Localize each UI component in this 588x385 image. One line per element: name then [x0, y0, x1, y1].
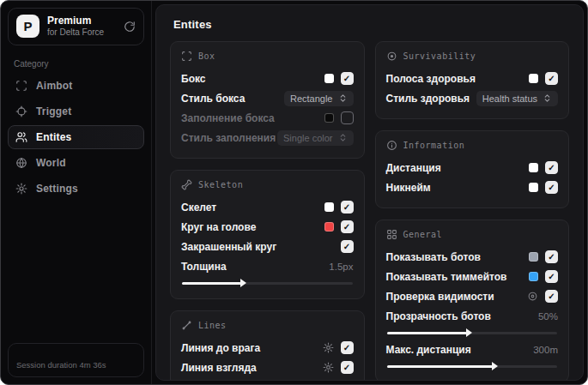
thickness-slider[interactable]	[182, 282, 353, 285]
page-title: Entites	[173, 18, 569, 31]
setting-label: Проверка видимости	[386, 291, 494, 303]
bone-icon	[181, 179, 192, 190]
setting-label: Дистанция	[386, 162, 441, 174]
select-value: Rectangle	[290, 93, 333, 104]
sidebar-item-label: Trigget	[36, 105, 71, 117]
setting-row: Линия до врага	[181, 338, 354, 358]
brand-name: Premium	[47, 15, 116, 27]
aimbot-icon	[15, 80, 27, 92]
setting-row: Проверка видимости	[386, 286, 559, 306]
checkbox[interactable]	[545, 161, 558, 174]
sidebar-item-aimbot[interactable]: Aimbot	[8, 74, 144, 98]
setting-row: Бокс	[181, 69, 354, 88]
sidebar: P Premium for Delta Force Category Aimbo…	[1, 1, 152, 384]
gear-icon[interactable]	[323, 342, 334, 353]
lines-section: Lines Линия до врага Линия взгляда	[170, 310, 365, 381]
general-section: General Показывать ботов Показывать тимм…	[375, 220, 570, 381]
slider-value: 50%	[538, 311, 558, 322]
setting-row: Никнейм	[386, 177, 559, 197]
setting-row: Полоса здоровья	[386, 69, 559, 88]
setting-label: Прозрачность ботов	[386, 310, 491, 322]
checkbox[interactable]	[545, 290, 558, 303]
sidebar-item-entites[interactable]: Entites	[8, 125, 144, 149]
sidebar-item-world[interactable]: World	[8, 151, 144, 175]
color-swatch[interactable]	[529, 163, 538, 172]
section-title: Information	[403, 141, 465, 150]
sidebar-item-trigget[interactable]: Trigget	[8, 99, 144, 123]
checkbox[interactable]	[545, 72, 558, 85]
color-swatch[interactable]	[324, 202, 334, 212]
checkbox[interactable]	[545, 250, 558, 263]
checkbox[interactable]	[341, 220, 354, 233]
session-card: Session duration 4m 36s	[8, 343, 144, 377]
entities-icon	[15, 131, 27, 143]
chevrons-up-down-icon	[338, 133, 348, 142]
box-section: Box Бокс Стиль бокса Rectangle	[170, 41, 365, 159]
visibility-icon[interactable]	[527, 291, 538, 302]
setting-label: Никнейм	[386, 182, 431, 194]
world-icon	[15, 157, 27, 169]
checkbox[interactable]	[341, 361, 354, 374]
checkbox[interactable]	[341, 201, 354, 214]
sidebar-item-label: Aimbot	[36, 80, 73, 92]
main-panel: Entites Box Бокс	[155, 4, 584, 381]
bot-opacity-slider[interactable]	[387, 332, 558, 334]
health-style-select[interactable]: Health status	[476, 91, 558, 106]
setting-row: Стиль бокса Rectangle	[181, 88, 354, 108]
brand-card: P Premium for Delta Force	[8, 8, 144, 45]
setting-label: Стиль здоровья	[386, 93, 470, 105]
checkbox[interactable]	[341, 341, 354, 354]
setting-label: Показывать ботов	[386, 251, 481, 263]
setting-row: Прозрачность ботов 50%	[386, 308, 559, 334]
color-swatch[interactable]	[324, 74, 334, 83]
gear-icon[interactable]	[323, 362, 334, 373]
sync-icon[interactable]	[124, 21, 136, 33]
sidebar-item-settings[interactable]: Settings	[8, 177, 144, 201]
color-swatch[interactable]	[324, 113, 334, 123]
sidebar-item-label: Settings	[36, 183, 78, 195]
sidebar-nav: Aimbot Trigget Entites World Settings	[8, 74, 144, 201]
setting-row: Скелет	[181, 197, 354, 217]
checkbox[interactable]	[341, 111, 354, 124]
section-title: Box	[198, 51, 215, 61]
slider-fill	[182, 282, 241, 285]
checkbox[interactable]	[341, 240, 354, 253]
setting-row: Дистанция	[386, 158, 559, 177]
setting-label: Макс. дистанция	[386, 344, 471, 356]
setting-row: Толщина 1.5px	[181, 258, 354, 285]
setting-row: Стиль заполнения Single color	[181, 128, 354, 147]
setting-row: Стиль здоровья Health status	[386, 88, 559, 108]
color-swatch[interactable]	[529, 252, 538, 262]
box-style-select[interactable]: Rectangle	[284, 91, 354, 106]
fill-style-select[interactable]: Single color	[277, 130, 353, 146]
survivability-icon	[386, 51, 397, 62]
setting-row: Линия взгляда	[181, 358, 354, 377]
color-swatch[interactable]	[324, 222, 334, 232]
sidebar-item-label: Entites	[36, 131, 71, 143]
skeleton-section: Skeleton Скелет Круг на голове	[170, 170, 365, 299]
section-title: Lines	[198, 321, 227, 330]
max-distance-slider[interactable]	[387, 365, 558, 368]
slider-value: 300m	[533, 345, 558, 355]
setting-label: Скелет	[181, 202, 216, 214]
color-swatch[interactable]	[529, 183, 538, 192]
category-label: Category	[14, 59, 144, 69]
settings-icon	[15, 183, 27, 195]
chevrons-up-down-icon	[338, 93, 348, 103]
setting-label: Полоса здоровья	[386, 73, 476, 85]
checkbox[interactable]	[545, 181, 558, 194]
checkbox[interactable]	[545, 270, 558, 283]
section-title: Skeleton	[198, 180, 243, 189]
info-icon	[386, 140, 397, 151]
line-icon	[181, 320, 192, 331]
setting-label: Линия до врага	[181, 342, 260, 354]
color-swatch[interactable]	[529, 74, 538, 83]
section-title: Survivability	[403, 51, 476, 61]
setting-label: Круг на голове	[181, 221, 256, 233]
grid-icon	[386, 229, 397, 240]
session-duration: Session duration 4m 36s	[16, 360, 106, 370]
section-title: General	[403, 230, 443, 239]
setting-row: Показывать тиммейтов	[386, 267, 559, 286]
checkbox[interactable]	[341, 72, 354, 85]
color-swatch[interactable]	[529, 272, 538, 281]
